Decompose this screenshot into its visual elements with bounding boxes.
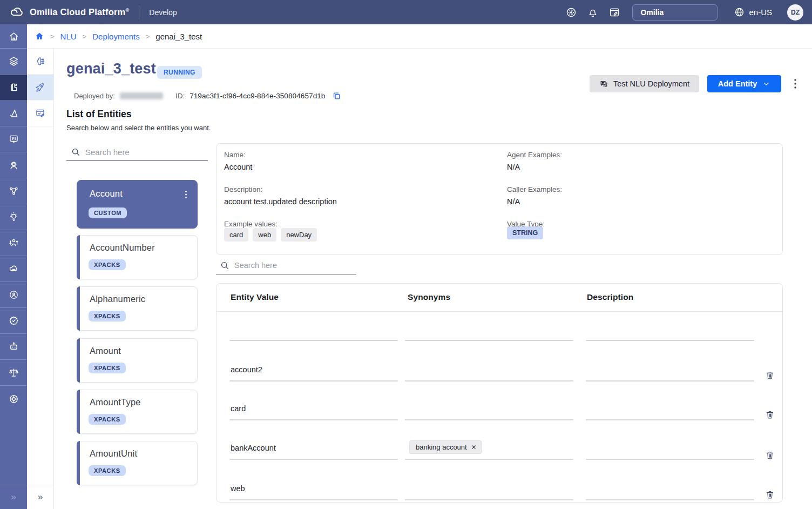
sidebar-item-help[interactable] (0, 386, 27, 412)
description-input[interactable] (586, 459, 754, 460)
entity-card-accountnumber[interactable]: AccountNumber XPACKS (77, 235, 198, 279)
trash-icon (765, 490, 775, 500)
synonym-chip-label: banking account (416, 443, 467, 451)
test-button-label: Test NLU Deployment (613, 79, 689, 88)
brand-mark: ® (125, 8, 129, 13)
sidebar2-item-deployments[interactable] (27, 75, 53, 101)
sidebar-item-cloud-services[interactable] (0, 256, 27, 282)
column-header-entity-value: Entity Value (231, 292, 279, 302)
entity-card-amountunit[interactable]: AmountUnit XPACKS (77, 441, 198, 485)
entity-value-input[interactable] (229, 380, 398, 381)
trash-icon (765, 450, 775, 460)
gear-user-icon (8, 289, 19, 300)
sidebar-item-insights[interactable] (0, 204, 27, 230)
sidebar-item-dialogs[interactable] (0, 126, 27, 152)
entity-badge: XPACKS (89, 311, 126, 322)
scales-icon (8, 367, 19, 378)
entities-search-underline (66, 160, 208, 161)
locale-label: en-US (749, 8, 772, 17)
primary-sidebar-collapse[interactable]: » (0, 485, 27, 509)
entity-value-cell[interactable]: card (231, 404, 246, 413)
main-content: genai_3_test RUNNING Deployed by: ID: 71… (54, 49, 812, 509)
avatar[interactable]: DZ (787, 4, 803, 21)
entity-value-input[interactable] (229, 499, 398, 500)
values-search-input[interactable] (234, 259, 348, 272)
entity-card-alphanumeric[interactable]: Alphanumeric XPACKS (77, 286, 198, 331)
example-value-chip: web (253, 228, 276, 242)
brand: Omilia Cloud Platform® (0, 5, 129, 19)
synonyms-input[interactable] (405, 340, 573, 341)
chat-test-icon (599, 79, 608, 89)
description-input[interactable] (586, 419, 754, 420)
synonyms-input[interactable] (405, 499, 573, 500)
topbar-divider (139, 5, 139, 19)
tenant-selector[interactable]: Omilia (632, 4, 718, 21)
feedback-icon[interactable] (608, 6, 620, 18)
section-label: Develop (149, 8, 177, 17)
entity-value-input[interactable] (229, 459, 398, 460)
description-input[interactable] (586, 499, 754, 500)
entity-value-cell[interactable]: account2 (231, 365, 262, 374)
close-icon[interactable] (471, 444, 477, 450)
entity-card-amount[interactable]: Amount XPACKS (77, 338, 198, 383)
delete-row-button[interactable] (765, 370, 775, 380)
entity-value-cell[interactable]: bankAccount (231, 444, 276, 452)
entity-values-table: Entity Value Synonyms Description accoun… (216, 283, 783, 503)
top-bar: Omilia Cloud Platform® Develop Omilia (0, 0, 812, 24)
support-icon[interactable] (565, 6, 577, 18)
description-input[interactable] (586, 340, 754, 341)
example-values-label: Example values: (224, 220, 278, 228)
sidebar-item-miniapps[interactable] (0, 49, 27, 75)
network-nodes-icon (8, 185, 19, 197)
add-entity-button[interactable]: Add Entity (707, 75, 781, 92)
sidebar-item-home[interactable] (0, 24, 27, 49)
delete-row-button[interactable] (765, 490, 775, 500)
list-of-entities-heading: List of Entities (66, 109, 132, 120)
sidebar-item-orchestrator[interactable] (0, 75, 27, 101)
synonyms-input[interactable] (405, 459, 573, 460)
notifications-icon[interactable] (587, 6, 599, 18)
deployed-by-redacted (120, 92, 163, 99)
sidebar2-item-evaluations[interactable] (27, 101, 53, 126)
home-icon[interactable] (35, 31, 44, 41)
rocket-icon (35, 82, 46, 93)
entity-value-input[interactable] (229, 419, 398, 420)
secondary-sidebar-collapse[interactable]: » (27, 485, 53, 509)
values-search-underline (216, 274, 356, 275)
sidebar-item-quality[interactable] (0, 308, 27, 334)
synonyms-input[interactable] (405, 380, 573, 381)
entity-value-input[interactable] (229, 340, 398, 341)
sidebar-item-compliance[interactable] (0, 360, 27, 386)
example-value-chip: newDay (281, 228, 317, 242)
sidebar-item-integrations[interactable] (0, 178, 27, 204)
copy-icon[interactable] (332, 91, 341, 101)
locale-selector[interactable]: en-US (734, 6, 772, 18)
breadcrumb-separator: > (50, 32, 55, 41)
breadcrumb-link-nlu[interactable]: NLU (60, 32, 77, 41)
sidebar-item-admin[interactable] (0, 282, 27, 308)
delete-row-button[interactable] (765, 410, 775, 420)
secondary-sidebar: » (27, 49, 54, 509)
entity-value-cell[interactable]: web (231, 484, 245, 493)
entity-card-amounttype[interactable]: AmountType XPACKS (77, 390, 198, 434)
id-value: 719ac3f1-cf96-4cc9-884e-350804657d1b (190, 92, 325, 100)
test-nlu-deployment-button[interactable]: Test NLU Deployment (590, 75, 699, 92)
synonyms-input[interactable] (405, 419, 573, 420)
sidebar-item-agents[interactable] (0, 152, 27, 178)
entity-badge: XPACKS (89, 259, 126, 270)
description-input[interactable] (586, 380, 754, 381)
sidebar2-item-nlu-models[interactable] (27, 49, 53, 75)
sidebar-item-routing[interactable] (0, 230, 27, 256)
orchestrator-icon (8, 82, 19, 93)
entity-card-account[interactable]: Account CUSTOM (77, 180, 198, 229)
caller-examples-value: N/A (507, 197, 520, 206)
sidebar-item-assistant[interactable] (0, 334, 27, 360)
breadcrumb-link-deployments[interactable]: Deployments (92, 32, 140, 41)
delete-row-button[interactable] (765, 450, 775, 460)
kebab-menu-icon[interactable] (791, 78, 799, 89)
name-value: Account (224, 163, 252, 171)
entity-kebab-icon[interactable] (182, 190, 190, 199)
lifebuoy-icon (8, 393, 19, 405)
entity-badge: XPACKS (89, 414, 126, 425)
sidebar-item-analytics[interactable] (0, 101, 27, 126)
